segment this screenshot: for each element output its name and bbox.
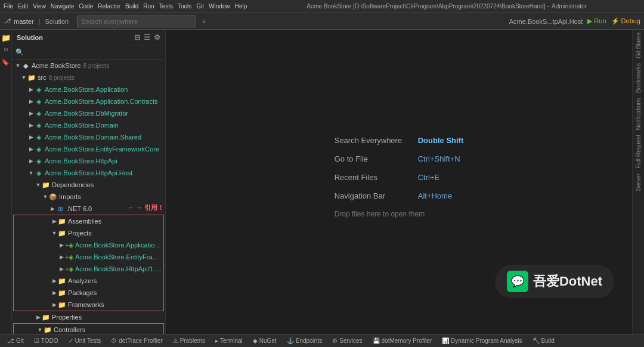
explorer-icon[interactable]: 📁 <box>1 32 11 43</box>
toolbar-right: Acme.BookS...tpApi.Host ▶ Run ⚡ Debug <box>509 17 640 25</box>
right-panel-bookmarks[interactable]: Bookmarks <box>635 63 642 93</box>
net6-label: .NET 6.0 <box>66 205 92 212</box>
tree-project-application[interactable]: ▶ ◈ Acme.BookStore.Application <box>12 83 165 95</box>
tree-assemblies[interactable]: ▶ 📁 Assemblies <box>14 215 163 227</box>
tab-services[interactable]: ⚙ Services <box>327 335 367 347</box>
menu-git[interactable]: Git <box>196 3 204 10</box>
menu-view[interactable]: View <box>33 3 46 10</box>
tab-nuget[interactable]: ◆ NuGet <box>248 335 281 347</box>
nav-bar-shortcut[interactable]: Alt+Home <box>418 191 452 200</box>
goto-file-label: Go to File <box>335 154 418 163</box>
tree-project-domain[interactable]: ▶ ◈ Acme.BookStore.Domain <box>12 119 165 131</box>
tree-net6[interactable]: ▶ ⊞ .NET 6.0 <box>12 203 165 215</box>
tab-todo[interactable]: ☑ TODO <box>29 335 63 347</box>
menu-run[interactable]: Run <box>143 3 154 10</box>
bookmark-icon[interactable]: 🔖 <box>1 56 11 67</box>
tree-project-contracts[interactable]: ▶ ◈ Acme.BookStore.Application.Contracts <box>12 95 165 107</box>
welcome-content: Search Everywhere Double Shift Go to Fil… <box>335 136 464 228</box>
sidebar-search-input[interactable] <box>26 49 162 56</box>
root-sub: 8 projects <box>83 63 109 69</box>
tab-dpa[interactable]: 📊 Dynamic Program Analysis <box>437 335 527 347</box>
tree-project-dbmigrator[interactable]: ▶ ◈ Acme.BookStore.DbMigrator <box>12 107 165 119</box>
tree-imports[interactable]: ▼ 📦 Imports <box>12 191 165 203</box>
tree-src[interactable]: ▼ 📁 src 8 projects <box>12 72 165 83</box>
sidebar-title: Solution <box>17 34 43 41</box>
recent-files-shortcut[interactable]: Ctrl+E <box>418 173 439 182</box>
menu-tests[interactable]: Tests <box>159 3 173 10</box>
frameworks-label: Frameworks <box>68 301 104 308</box>
properties-label: Properties <box>52 314 82 321</box>
sidebar-header: Solution ⊟ ☰ ⚙ <box>12 30 165 45</box>
analyzers-label: Analyzers <box>68 277 97 284</box>
branch-icon: ⎇ <box>4 17 11 25</box>
search-everywhere-label: Search Everywhere <box>335 136 418 145</box>
search-everywhere-input[interactable] <box>77 16 196 27</box>
assemblies-label: Assemblies <box>68 218 101 225</box>
tree-dependencies[interactable]: ▼ 📁 Dependencies <box>12 179 165 191</box>
search-everywhere-shortcut[interactable]: Double Shift <box>418 136 464 145</box>
menu-code[interactable]: Code <box>79 3 93 10</box>
bottom-tabs-bar: ⎇ Git ☑ TODO ✓ Unit Tests ⏱ dotTrace Pro… <box>0 334 644 347</box>
menu-refactor[interactable]: Refactor <box>98 3 120 10</box>
tree-projects-folder[interactable]: ▼ 📁 Projects <box>14 227 163 239</box>
debug-button[interactable]: ⚡ Debug <box>611 17 640 25</box>
tree-properties[interactable]: ▶ 📁 Properties <box>12 311 165 323</box>
tree-controllers[interactable]: ▼ 📁 Controllers <box>14 324 163 334</box>
tab-dottrace[interactable]: ⏱ dotTrace Profiler <box>106 335 168 347</box>
run-button[interactable]: ▶ Run <box>587 17 606 25</box>
tree-frameworks[interactable]: ▶ 📁 Frameworks <box>14 299 163 311</box>
tree-root-solution[interactable]: ▼ ◆ Acme.BookStore 8 projects <box>12 60 165 72</box>
menu-help[interactable]: Help <box>235 3 247 10</box>
right-panel-notifications[interactable]: Notifications <box>635 98 642 130</box>
red-border-controllers: ▼ 📁 Controllers C# HomeController.cs <box>13 323 164 334</box>
tree-dep-httpapi[interactable]: ▶ +◈ Acme.BookStore.HttpApi/1.0.0 <box>14 263 163 275</box>
run-config[interactable]: Acme.BookS...tpApi.Host <box>509 18 583 25</box>
menu-edit[interactable]: Edit <box>18 3 28 10</box>
welcome-row-drop: Drop files here to open them <box>335 210 464 218</box>
tree-project-httpapi[interactable]: ▶ ◈ Acme.BookStore.HttpApi <box>12 155 165 167</box>
menu-build[interactable]: Build <box>125 3 138 10</box>
right-panel-server[interactable]: Server <box>635 174 642 191</box>
tree-packages[interactable]: ▶ 📁 Packages <box>14 287 163 299</box>
right-panel-gitblame[interactable]: Git Blame <box>635 32 642 58</box>
welcome-row-recent: Recent Files Ctrl+E <box>335 173 464 182</box>
dependencies-label: Dependencies <box>52 181 94 188</box>
tab-problems[interactable]: ⚠ Problems <box>168 335 210 347</box>
toolbar: ⎇ master | Solution ≡ Acme.BookS...tpApi… <box>0 13 644 30</box>
settings-icon[interactable]: ⚙ <box>154 33 160 42</box>
welcome-row-nav: Navigation Bar Alt+Home <box>335 191 464 200</box>
git-branch[interactable]: ⎇ master <box>4 17 34 25</box>
src-folder-label: src <box>38 74 47 81</box>
left-icon-strip: 📁 S 🔖 <box>0 30 12 334</box>
goto-file-shortcut[interactable]: Ctrl+Shift+N <box>418 154 460 163</box>
packages-label: Packages <box>68 289 97 296</box>
right-panel: Search Everywhere Double Shift Go to Fil… <box>166 30 632 334</box>
tree-project-httpapihost[interactable]: ▼ ◈ Acme.BookStore.HttpApi.Host <box>12 167 165 179</box>
src-sub-label: 8 projects <box>49 75 75 81</box>
tab-unit-tests[interactable]: ✓ Unit Tests <box>64 335 106 347</box>
right-panel-fullrequest[interactable]: Full Request <box>635 135 642 168</box>
structure-icon[interactable]: S <box>1 44 11 55</box>
collapse-icon[interactable]: ☰ <box>144 33 150 42</box>
tree-dep-efcore[interactable]: ▶ +◈ Acme.BookStore.EntityFrameworkCore/… <box>14 251 163 263</box>
menu-navigate[interactable]: Navigate <box>51 3 74 10</box>
tree-analyzers[interactable]: ▶ 📁 Analyzers <box>14 275 163 287</box>
expand-all-icon[interactable]: ⊟ <box>134 33 140 42</box>
nav-bar-label: Navigation Bar <box>335 191 418 200</box>
tab-build[interactable]: 🔨 Build <box>528 335 559 347</box>
tree-project-domain-shared[interactable]: ▶ ◈ Acme.BookStore.Domain.Shared <box>12 131 165 143</box>
menu-window[interactable]: Window <box>209 3 230 10</box>
sidebar-search-bar[interactable]: 🔍 <box>12 45 165 60</box>
tab-dotmemory[interactable]: 💾 dotMemory Profiler <box>368 335 436 347</box>
sidebar-tree[interactable]: ▼ ◆ Acme.BookStore 8 projects ▼ 📁 src 8 … <box>12 60 165 334</box>
menu-tools[interactable]: Tools <box>178 3 191 10</box>
tree-dep-app[interactable]: ▶ +◈ Acme.BookStore.Application/1.0.0 <box>14 239 163 251</box>
menu-file[interactable]: File <box>4 3 13 10</box>
net6-container: ▶ ⊞ .NET 6.0 ← → 引用！ <box>12 203 165 215</box>
tab-git[interactable]: ⎇ Git <box>2 335 29 347</box>
tree-project-efcore[interactable]: ▶ ◈ Acme.BookStore.EntityFrameworkCore <box>12 143 165 155</box>
tab-terminal[interactable]: ▸ Terminal <box>210 335 247 347</box>
tab-endpoints[interactable]: ⚓ Endpoints <box>282 335 327 347</box>
sidebar-header-icons: ⊟ ☰ ⚙ <box>134 33 160 42</box>
menu-bar[interactable]: File Edit View Navigate Code Refactor Bu… <box>4 3 247 10</box>
